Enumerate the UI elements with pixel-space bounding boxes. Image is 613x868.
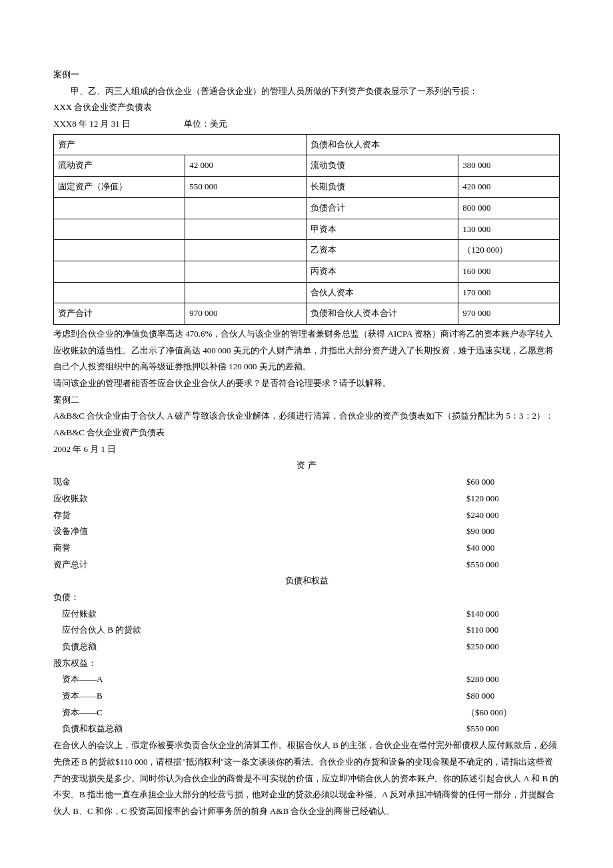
value: $110 000	[466, 622, 560, 639]
list-item: 应付账款 $140 000	[53, 606, 560, 623]
cell: 170 000	[458, 282, 560, 303]
table-row: 丙资本 160 000	[54, 261, 560, 282]
table-header-row: 资产 负债和合伙人资本	[54, 134, 560, 155]
list-item: 商誉 $40 000	[53, 540, 560, 557]
cell: 550 000	[185, 177, 306, 198]
label: 负债和权益总额	[53, 721, 466, 737]
case-1-paragraph-2: 请问该企业的管理者能否答应合伙企业合伙人的要求？是否符合论理要求？请予以解释。	[53, 375, 560, 392]
label: 应付账款	[53, 606, 466, 623]
label: 现金	[53, 474, 466, 491]
cell: 甲资本	[306, 219, 458, 240]
cell: 固定资产（净值）	[54, 177, 185, 198]
label: 资本——B	[53, 688, 466, 705]
value: （$60 000）	[466, 705, 560, 721]
value: $550 000	[466, 557, 560, 573]
cell: 420 000	[458, 177, 560, 198]
case-1-table-title: XXX 合伙企业资产负债表	[53, 99, 560, 116]
case-2-title: 案例二	[53, 392, 560, 409]
equity-label: 股东权益：	[53, 655, 560, 672]
table-row: 流动资产 42 000 流动负债 380 000	[54, 155, 560, 177]
cell	[185, 219, 306, 240]
value: $60 000	[466, 474, 560, 491]
cell	[54, 240, 185, 261]
cell: 160 000	[458, 261, 560, 282]
label: 应付合伙人 B 的贷款	[53, 622, 466, 639]
list-item: 资产总计 $550 000	[53, 557, 560, 573]
label: 应收账款	[53, 491, 466, 507]
cell	[185, 282, 306, 303]
value: $120 000	[466, 491, 560, 507]
table-row: 资产合计 970 000 负债和合伙人资本合计 970 000	[54, 303, 560, 325]
case-2-intro: A&B&C 合伙企业由于合伙人 A 破产导致该合伙企业解体，必须进行清算，合伙企…	[53, 408, 560, 425]
table-row: 乙资本 （120 000）	[54, 240, 560, 261]
case-1-intro: 甲、乙、丙三人组成的合伙企业（普通合伙企业）的管理人员所做的下列资产负债表显示了…	[53, 83, 560, 100]
case-1-title: 案例一	[53, 67, 560, 83]
cell	[54, 261, 185, 282]
cell: （120 000）	[458, 240, 560, 261]
table-row: 甲资本 130 000	[54, 219, 560, 240]
list-item: 存货 $240 000	[53, 507, 560, 524]
case-1-unit: 单位：美元	[184, 116, 227, 133]
asset-section-header: 资 产	[53, 457, 560, 474]
list-item: 负债和权益总额 $550 000	[53, 721, 560, 737]
value: $90 000	[466, 523, 560, 540]
label: 资本——C	[53, 705, 466, 721]
case-2-paragraph-1: 在合伙人的会议上，假定你被要求负责合伙企业的清算工作。根据合伙人 B 的主张，合…	[53, 737, 560, 819]
value: $80 000	[466, 688, 560, 705]
table-row: 固定资产（净值） 550 000 长期负债 420 000	[54, 177, 560, 198]
cell	[185, 197, 306, 219]
cell: 970 000	[458, 303, 560, 325]
label: 资产总计	[53, 557, 466, 573]
cell: 资产合计	[54, 303, 185, 325]
cell	[185, 240, 306, 261]
header-assets: 资产	[54, 134, 306, 155]
cell	[54, 197, 185, 219]
cell: 长期负债	[306, 177, 458, 198]
value: $40 000	[466, 540, 560, 557]
label: 商誉	[53, 540, 466, 557]
list-item: 资本——C （$60 000）	[53, 705, 560, 721]
cell: 乙资本	[306, 240, 458, 261]
list-item: 现金 $60 000	[53, 474, 560, 491]
table-row: 负债合计 800 000	[54, 197, 560, 219]
liab-label: 负债：	[53, 589, 560, 606]
cell	[54, 282, 185, 303]
list-item: 负债总额 $250 000	[53, 639, 560, 655]
label: 资本——A	[53, 671, 466, 688]
cell: 42 000	[185, 155, 306, 177]
label: 负债总额	[53, 639, 466, 655]
header-liab: 负债和合伙人资本	[306, 134, 560, 155]
value: $250 000	[466, 639, 560, 655]
list-item: 资本——B $80 000	[53, 688, 560, 705]
label: 存货	[53, 507, 466, 524]
cell: 流动负债	[306, 155, 458, 177]
balance-sheet-table: 资产 负债和合伙人资本 流动资产 42 000 流动负债 380 000 固定资…	[53, 134, 560, 325]
list-item: 资本——A $280 000	[53, 671, 560, 688]
cell	[54, 219, 185, 240]
case-1-date-line: XXX8 年 12 月 31 日 单位：美元	[53, 116, 560, 133]
cell: 负债和合伙人资本合计	[306, 303, 458, 325]
cell: 380 000	[458, 155, 560, 177]
list-item: 应付合伙人 B 的贷款 $110 000	[53, 622, 560, 639]
cell: 流动资产	[54, 155, 185, 177]
value: $140 000	[466, 606, 560, 623]
cell	[185, 261, 306, 282]
case-1-paragraph-1: 考虑到合伙企业的净值负债率高达 470.6%，合伙人与该企业的管理者兼财务总监（…	[53, 326, 560, 375]
cell: 800 000	[458, 197, 560, 219]
list-item: 设备净值 $90 000	[53, 523, 560, 540]
cell: 负债合计	[306, 197, 458, 219]
table-row: 合伙人资本 170 000	[54, 282, 560, 303]
value: $280 000	[466, 671, 560, 688]
cell: 合伙人资本	[306, 282, 458, 303]
value: $550 000	[466, 721, 560, 737]
cell: 130 000	[458, 219, 560, 240]
value: $240 000	[466, 507, 560, 524]
case-2-date: 2002 年 6 月 1 日	[53, 441, 560, 458]
case-2-table-title: A&B&C 合伙企业资产负债表	[53, 425, 560, 441]
liab-section-header: 负债和权益	[53, 573, 560, 589]
cell: 970 000	[185, 303, 306, 325]
cell: 丙资本	[306, 261, 458, 282]
list-item: 应收账款 $120 000	[53, 491, 560, 507]
label: 设备净值	[53, 523, 466, 540]
case-1-date: XXX8 年 12 月 31 日	[53, 116, 131, 133]
